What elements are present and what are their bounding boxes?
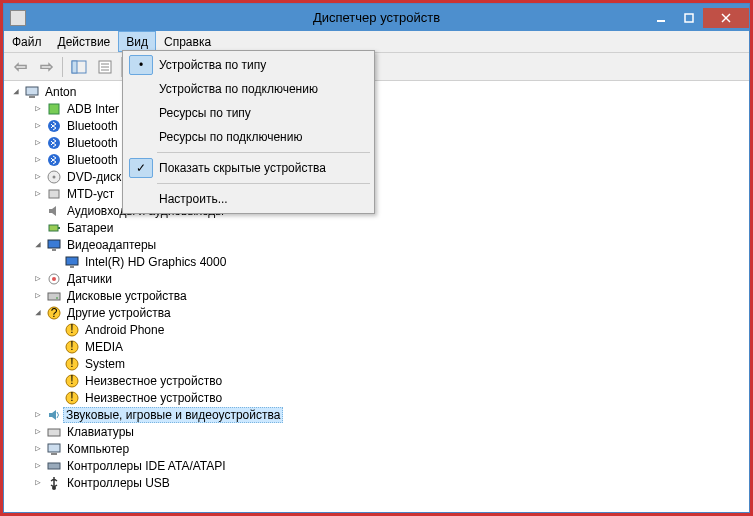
svg-point-16 <box>48 137 60 149</box>
checkmark-icon: ✓ <box>129 158 153 178</box>
close-button[interactable] <box>703 8 749 28</box>
tree-node[interactable]: ◢?Другие устройства <box>4 304 749 321</box>
tree-node[interactable]: ▷Звуковые, игровые и видеоустройства <box>4 406 749 423</box>
expander-icon[interactable]: ▷ <box>32 103 44 115</box>
menu-item[interactable]: Ресурсы по подключению <box>125 125 372 149</box>
node-label: MTD-уст <box>66 187 115 201</box>
menu-item[interactable]: •Устройства по типу <box>125 53 372 77</box>
svg-rect-5 <box>72 61 77 73</box>
tree-node[interactable]: ▷DVD-диск <box>4 168 749 185</box>
expander-icon[interactable]: ◢ <box>32 239 44 251</box>
expander-icon <box>50 392 62 404</box>
menu-check-spacer <box>129 79 153 99</box>
device-tree[interactable]: ◢Anton▷ADB Inter▷Bluetooth▷Bluetooth▷Blu… <box>4 81 749 512</box>
tree-node[interactable]: !MEDIA <box>4 338 749 355</box>
menu-item[interactable]: Ресурсы по типу <box>125 101 372 125</box>
warn-icon: ! <box>64 322 80 338</box>
arrow-right-icon: ⇨ <box>40 57 53 76</box>
svg-rect-22 <box>58 227 60 229</box>
usb-icon <box>46 475 62 491</box>
node-label: Неизвестное устройство <box>84 374 223 388</box>
expander-icon <box>32 222 44 234</box>
properties-button[interactable] <box>93 55 117 79</box>
show-hide-tree-button[interactable] <box>67 55 91 79</box>
disk-icon <box>46 288 62 304</box>
node-label: Компьютер <box>66 442 130 456</box>
tree-root[interactable]: ◢Anton <box>4 83 749 100</box>
node-label: Неизвестное устройство <box>84 391 223 405</box>
nav-back-button[interactable]: ⇦ <box>8 55 32 79</box>
expander-icon[interactable]: ▷ <box>32 137 44 149</box>
tree-node[interactable]: ▷Датчики <box>4 270 749 287</box>
tree-node[interactable]: ▷Контроллеры USB <box>4 474 749 491</box>
tree-node[interactable]: ▷Bluetooth <box>4 151 749 168</box>
expander-icon[interactable]: ▷ <box>32 290 44 302</box>
audio-icon <box>46 203 62 219</box>
tree-node[interactable]: ▷Компьютер <box>4 440 749 457</box>
svg-rect-43 <box>48 429 60 436</box>
menu-view[interactable]: Вид <box>118 31 156 52</box>
expander-icon[interactable]: ▷ <box>32 120 44 132</box>
tree-node[interactable]: !Неизвестное устройство <box>4 372 749 389</box>
close-icon <box>721 13 731 23</box>
maximize-button[interactable] <box>675 8 703 28</box>
bt-icon <box>46 135 62 151</box>
svg-point-19 <box>53 175 56 178</box>
tree-node[interactable]: ▷ADB Inter <box>4 100 749 117</box>
expander-icon[interactable]: ▷ <box>32 460 44 472</box>
expander-icon[interactable]: ◢ <box>10 86 22 98</box>
node-label: Клавиатуры <box>66 425 135 439</box>
node-label: Контроллеры USB <box>66 476 171 490</box>
tree-node[interactable]: !Неизвестное устройство <box>4 389 749 406</box>
tree-node[interactable]: ▷Клавиатуры <box>4 423 749 440</box>
expander-icon[interactable]: ▷ <box>32 171 44 183</box>
expander-icon <box>32 205 44 217</box>
menu-item[interactable]: Настроить... <box>125 187 372 211</box>
titlebar[interactable]: Диспетчер устройств <box>4 4 749 31</box>
expander-icon <box>50 358 62 370</box>
menu-action[interactable]: Действие <box>50 31 119 52</box>
menu-help[interactable]: Справка <box>156 31 219 52</box>
maximize-icon <box>684 13 694 23</box>
menu-item-label: Ресурсы по подключению <box>159 130 302 144</box>
svg-text:!: ! <box>70 339 73 353</box>
arrow-left-icon: ⇦ <box>14 57 27 76</box>
sensor-icon <box>46 271 62 287</box>
tree-node[interactable]: Intel(R) HD Graphics 4000 <box>4 253 749 270</box>
expander-icon[interactable]: ▷ <box>32 477 44 489</box>
expander-icon[interactable]: ▷ <box>32 426 44 438</box>
node-label: Звуковые, игровые и видеоустройства <box>63 407 283 423</box>
svg-rect-1 <box>685 14 693 22</box>
tree-node[interactable]: ▷Bluetooth <box>4 117 749 134</box>
menu-item-label: Устройства по подключению <box>159 82 318 96</box>
node-label: System <box>84 357 126 371</box>
tree-node[interactable]: ▷Контроллеры IDE ATA/ATAPI <box>4 457 749 474</box>
minimize-button[interactable] <box>647 8 675 28</box>
svg-point-15 <box>48 120 60 132</box>
tree-node[interactable]: ▷Дисковые устройства <box>4 287 749 304</box>
expander-icon[interactable]: ◢ <box>32 307 44 319</box>
nav-forward-button[interactable]: ⇨ <box>34 55 58 79</box>
tree-node[interactable]: !Android Phone <box>4 321 749 338</box>
expander-icon[interactable]: ▷ <box>32 273 44 285</box>
window-title: Диспетчер устройств <box>313 10 440 25</box>
computer-icon <box>46 441 62 457</box>
tree-node[interactable]: Аудиовходы и аудиовыходы <box>4 202 749 219</box>
tree-node[interactable]: !System <box>4 355 749 372</box>
menubar: Файл Действие Вид Справка <box>4 31 749 53</box>
tree-node[interactable]: ◢Видеоадаптеры <box>4 236 749 253</box>
menu-item[interactable]: Устройства по подключению <box>125 77 372 101</box>
menu-separator <box>157 183 370 184</box>
node-label: DVD-диск <box>66 170 122 184</box>
tree-node[interactable]: ▷MTD-уст <box>4 185 749 202</box>
expander-icon[interactable]: ▷ <box>32 154 44 166</box>
expander-icon[interactable]: ▷ <box>32 409 44 421</box>
menu-file[interactable]: Файл <box>4 31 50 52</box>
other-icon: ? <box>46 305 62 321</box>
expander-icon[interactable]: ▷ <box>32 188 44 200</box>
menu-check-spacer <box>129 103 153 123</box>
expander-icon[interactable]: ▷ <box>32 443 44 455</box>
menu-item[interactable]: ✓Показать скрытые устройства <box>125 156 372 180</box>
tree-node[interactable]: ▷Bluetooth <box>4 134 749 151</box>
tree-node[interactable]: Батареи <box>4 219 749 236</box>
